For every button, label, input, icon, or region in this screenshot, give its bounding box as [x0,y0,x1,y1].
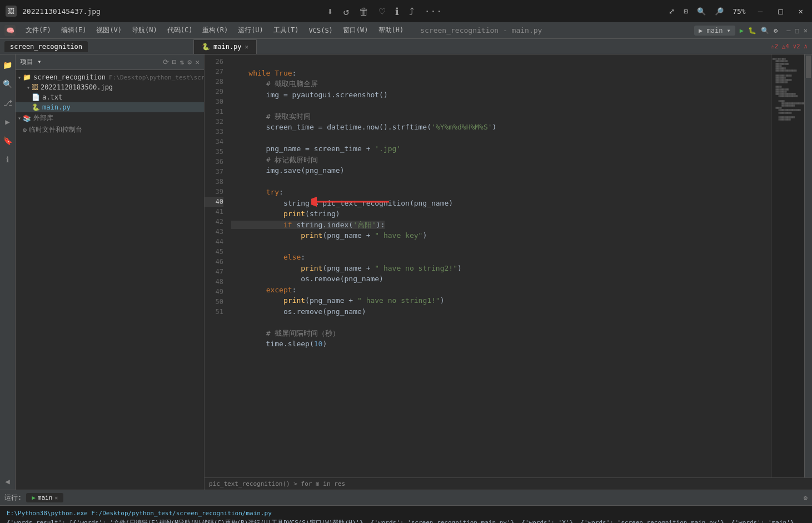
menu-item-refactor[interactable]: 重构(R) [198,24,232,37]
info-icon[interactable]: ℹ [395,6,399,17]
delete-icon[interactable]: 🗑 [359,6,369,17]
share-icon[interactable]: ⤴ [409,6,414,17]
zoom-in-icon[interactable]: 🔎 [715,7,724,16]
minimap-content: ████ ███ ████ ████████████ █████████████… [771,54,804,124]
editor-pane: 2627282930 3132333435 3637383940 4142434… [205,54,812,490]
editor-tab-actions: ⚠2 △4 ∨2 ∧ [766,43,812,50]
title-bar-center: ⬇ ↺ 🗑 ♡ ℹ ⤴ ··· [327,6,442,17]
menu-item-nav[interactable]: 导航(N) [127,24,162,37]
sidebar-header: 项目 ▾ ⟳ ⊟ ⇅ ⚙ ✕ [16,54,204,70]
minimize-btn[interactable]: — [755,7,766,16]
expand-icon[interactable]: ⤢ [669,7,675,16]
tree-txt-label: a.txt [42,93,62,101]
sort-icon[interactable]: ⇅ [180,58,185,66]
title-bar: 🖼 20221130145437.jpg ⬇ ↺ 🗑 ♡ ℹ ⤴ ··· ⤢ ⊡… [0,0,812,22]
tree-root[interactable]: ▾ 📁 screen_recognition F:\Desktop\python… [16,72,204,82]
menu-item-file[interactable]: 文件(F) [21,24,56,37]
app-icon: 🖼 [6,6,17,17]
tree-py-file[interactable]: ▾ 🐍 main.py [16,102,204,112]
project-tabs-bar: screen_recognition 🐍 main.py ✕ ⚠2 △4 ∨2 … [0,39,812,54]
menu-item-view[interactable]: 视图(V) [92,24,126,37]
project-tree: ▾ 📁 screen_recognition F:\Desktop\python… [16,70,204,490]
tree-external-libs[interactable]: ▾ 📚 外部库 [16,112,204,124]
favorite-icon[interactable]: ♡ [379,6,385,17]
editor-tab-area: 🐍 main.py ✕ [189,39,261,54]
win-max[interactable]: □ [795,27,799,34]
tree-py-label: main.py [42,103,71,111]
activity-vcs[interactable]: ⎇ [2,97,14,109]
activity-search[interactable]: 🔍 [2,78,14,90]
run-tab-label: main [38,494,53,501]
debug-btn[interactable]: 🐛 [748,27,756,34]
scroll-thumb[interactable] [806,56,811,78]
settings-icon[interactable]: ⚙ [187,58,192,66]
title-filename: 20221130145437.jpg [22,7,101,16]
activity-info[interactable]: ℹ [2,153,14,166]
more-icon[interactable]: ··· [424,6,442,17]
terminal-tabs: 运行: ▶ main ✕ ⚙ [0,490,812,506]
menu-item-window[interactable]: 窗口(W) [338,24,373,37]
terminal-content: E:\Python38\python.exe F:/Desktop/python… [0,506,812,523]
win-min[interactable]: — [786,27,790,34]
menu-item-edit[interactable]: 编辑(E) [57,24,91,37]
menu-bar-right: ▶ main ▾ ▶ 🐛 🔍 ⚙ — □ ✕ [694,26,808,36]
menu-item-help[interactable]: 帮助(H) [374,24,409,37]
menu-item-tools[interactable]: 工具(T) [269,24,303,37]
settings-btn[interactable]: ⚙ [774,27,778,34]
close-sidebar-icon[interactable]: ✕ [195,58,200,66]
fit-icon[interactable]: ⊡ [684,7,688,16]
editor-tab-main[interactable]: 🐍 main.py ✕ [193,39,257,54]
run-config-dropdown[interactable]: ▶ main ▾ [694,26,735,36]
tree-ext-label: 外部库 [33,113,53,123]
code-content[interactable]: while True: # 截取电脑全屏 img = pyautogui.scr… [227,54,771,477]
project-header-label: 项目 ▾ [20,57,41,67]
project-tab[interactable]: screen_recognition [4,41,88,52]
collapse-icon[interactable]: ⊟ [172,58,177,66]
tree-console-label: 临时文件和控制台 [29,125,82,135]
sync-icon[interactable]: ⟳ [163,58,169,66]
menu-item-vcs[interactable]: VCS(S) [305,25,337,36]
close-tab-icon[interactable]: ✕ [245,43,249,51]
tree-console[interactable]: ▾ ⚙ 临时文件和控制台 [16,124,204,136]
editor-wrapper: 2627282930 3132333435 3637383940 4142434… [205,54,812,477]
tree-img-label: 20221128183500.jpg [41,83,113,91]
term-output-1: {'words_result': [{'words': '文件(日编辑(E)视图… [7,519,805,524]
zoom-out-icon[interactable]: 🔍 [697,7,706,16]
rotate-icon[interactable]: ↺ [343,6,349,17]
editor-tab-label: main.py [213,43,242,51]
terminal-icons: ⚙ [804,494,808,502]
activity-collapse[interactable]: ◀ [2,477,14,490]
tree-txt-file[interactable]: ▾ 📄 a.txt [16,92,204,102]
activity-bookmark[interactable]: 🔖 [2,135,14,147]
py-file-icon: 🐍 [202,43,210,51]
menu-item-run[interactable]: 运行(U) [233,24,268,37]
run-tab-main[interactable]: ▶ main ✕ [26,493,63,502]
win-close[interactable]: ✕ [804,27,808,34]
line-numbers: 2627282930 3132333435 3637383940 4142434… [205,54,227,477]
menu-item-code[interactable]: 代码(C) [163,24,197,37]
main-layout: 📁 🔍 ⎇ ▶ 🔖 ℹ ◀ 项目 ▾ ⟳ ⊟ ⇅ ⚙ ✕ [0,54,812,490]
run-btn[interactable]: ▶ [740,27,744,34]
tree-root-label: screen_recognition [33,73,106,81]
right-scrollbar[interactable] [804,54,812,477]
maximize-btn[interactable]: □ [775,7,786,16]
activity-run[interactable]: ▶ [2,116,14,128]
sidebar: 项目 ▾ ⟳ ⊟ ⇅ ⚙ ✕ ▾ 📁 screen_recognition F:… [16,54,205,490]
save-icon[interactable]: ⬇ [327,6,333,17]
tree-img-file[interactable]: ▾ 🖼 20221128183500.jpg [16,82,204,92]
run-tab-close[interactable]: ✕ [54,495,58,501]
terminal-pane: 运行: ▶ main ✕ ⚙ E:\Python38\python.exe F:… [0,490,812,523]
activity-project[interactable]: 📁 [2,59,14,71]
ide-icon: 🧠 [4,25,16,36]
project-tab-area: screen_recognition [0,41,189,52]
search-btn[interactable]: 🔍 [761,27,769,34]
activity-bar: 📁 🔍 ⎇ ▶ 🔖 ℹ ◀ [0,54,16,490]
close-btn[interactable]: ✕ [795,7,806,16]
minimap: ████ ███ ████ ████████████ █████████████… [771,54,804,477]
terminal-settings-icon[interactable]: ⚙ [804,494,808,502]
run-tab-icon: ▶ [32,494,36,501]
sidebar-header-icons: ⟳ ⊟ ⇅ ⚙ ✕ [163,58,200,66]
run-label: 运行: [4,493,22,502]
term-command: E:\Python38\python.exe F:/Desktop/python… [7,509,805,519]
zoom-level: 75% [733,7,745,16]
